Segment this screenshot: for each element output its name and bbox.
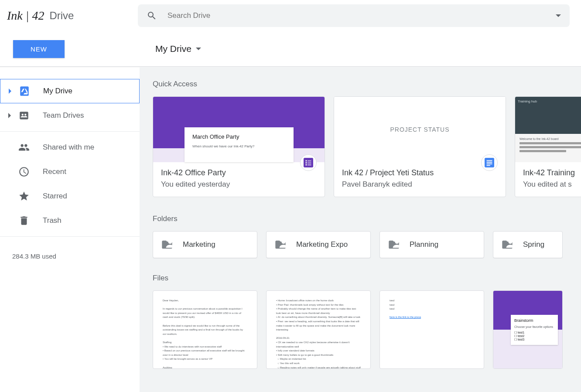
- svg-rect-9: [308, 165, 311, 165]
- file-card[interactable]: • Home: broadcast office notes on the ho…: [266, 290, 371, 369]
- svg-rect-14: [487, 165, 490, 166]
- file-card[interactable]: Dear Hayden, In regards to our previous …: [153, 290, 257, 369]
- file-type-badge: [481, 154, 498, 171]
- shared-folder-icon: [501, 239, 513, 251]
- folder-card[interactable]: Spring: [493, 231, 563, 258]
- qa-preview: PROJECT STATUS: [334, 97, 506, 162]
- svg-rect-12: [487, 162, 492, 163]
- svg-point-17: [395, 240, 399, 244]
- svg-point-1: [22, 114, 24, 116]
- qa-preview: March Office Party When should we have o…: [153, 97, 325, 162]
- sidebar-item-label: Recent: [43, 167, 66, 176]
- file-preview: Dear Hayden, In regards to our previous …: [153, 291, 257, 368]
- brand-logo: Ink | 42: [7, 9, 44, 23]
- preview-subtitle: When should we have our Ink-42 Party?: [192, 144, 286, 148]
- quick-access-card[interactable]: March Office Party When should we have o…: [153, 96, 325, 197]
- app-header: Ink | 42 Drive: [0, 0, 581, 31]
- drive-icon: [18, 85, 31, 98]
- qa-preview: Training hub Welcome to the Ink-42 board: [515, 97, 581, 162]
- trash-icon: [17, 214, 31, 227]
- svg-point-2: [24, 114, 26, 116]
- svg-point-15: [168, 240, 172, 244]
- forms-icon: [304, 158, 313, 167]
- logo-area: Ink | 42 Drive: [7, 9, 138, 23]
- people-icon: [17, 141, 31, 154]
- section-title-folders: Folders: [153, 215, 581, 223]
- file-preview: tasdtasdtasd here is the link to the pre…: [380, 291, 484, 368]
- clock-icon: [17, 165, 31, 178]
- sidebar-item-starred[interactable]: Starred: [0, 184, 140, 208]
- main-content: Quick Access March Office Party When sho…: [140, 67, 581, 392]
- folder-name: Marketing Expo: [296, 240, 348, 249]
- star-icon: [17, 190, 31, 203]
- expand-icon[interactable]: [8, 113, 11, 118]
- preview-title: March Office Party: [192, 133, 286, 140]
- sidebar-separator: [0, 131, 140, 132]
- qa-subtitle: Pavel Baranyk edited: [342, 180, 498, 189]
- svg-rect-11: [487, 160, 492, 161]
- breadcrumb[interactable]: My Drive: [155, 44, 201, 54]
- storage-usage: 284.3 MB used: [0, 240, 140, 260]
- qa-subtitle: You edited at s: [523, 180, 581, 189]
- sidebar-separator: [0, 236, 140, 237]
- expand-icon[interactable]: [9, 89, 11, 94]
- team-drives-icon: [17, 109, 31, 122]
- new-button[interactable]: NEW: [13, 40, 65, 58]
- qa-title: Ink-42 Office Party: [161, 168, 317, 177]
- folder-card[interactable]: Marketing Expo: [266, 231, 371, 258]
- file-type-badge: [300, 154, 317, 171]
- sidebar-item-shared[interactable]: Shared with me: [0, 135, 140, 160]
- section-title-files: Files: [153, 274, 581, 283]
- file-card[interactable]: Brainstorm Choose your favorite options …: [493, 290, 563, 369]
- svg-rect-8: [306, 164, 307, 166]
- file-preview: • Home: broadcast office notes on the ho…: [267, 291, 370, 368]
- folders-row: Marketing Marketing Expo Planning: [153, 231, 581, 258]
- folder-card[interactable]: Marketing: [153, 231, 257, 258]
- sidebar-item-label: My Drive: [43, 87, 72, 95]
- sidebar-item-label: Team Drives: [43, 111, 84, 120]
- sidebar-item-trash[interactable]: Trash: [0, 208, 140, 233]
- qa-subtitle: You edited yesterday: [161, 180, 317, 189]
- svg-point-16: [281, 240, 285, 244]
- app-name: Drive: [49, 10, 74, 22]
- preview-title: Welcome to the Ink-42 board: [519, 137, 581, 140]
- folder-name: Spring: [523, 240, 544, 249]
- sidebar-item-label: Starred: [43, 192, 67, 201]
- shared-folder-icon: [388, 239, 400, 251]
- docs-icon: [485, 158, 494, 167]
- chevron-down-icon: [196, 48, 201, 50]
- sidebar: My Drive Team Drives Shared with me Rece…: [0, 67, 140, 392]
- folder-name: Planning: [410, 240, 438, 249]
- breadcrumb-current: My Drive: [155, 44, 191, 54]
- file-preview-title: Brainstorm: [514, 318, 554, 323]
- svg-rect-0: [20, 112, 28, 119]
- file-card[interactable]: tasdtasdtasd here is the link to the pre…: [379, 290, 484, 369]
- section-title-quick-access: Quick Access: [153, 80, 581, 89]
- svg-rect-7: [308, 163, 311, 163]
- preview-title: PROJECT STATUS: [390, 126, 449, 133]
- files-row: Dear Hayden, In regards to our previous …: [153, 290, 581, 369]
- shared-folder-icon: [274, 239, 287, 251]
- search-bar[interactable]: [138, 4, 570, 27]
- svg-rect-5: [308, 160, 311, 161]
- folder-card[interactable]: Planning: [379, 231, 484, 258]
- svg-rect-6: [306, 162, 307, 164]
- svg-point-18: [508, 240, 512, 244]
- qa-title: Ink 42 / Project Yeti Status: [342, 168, 498, 177]
- search-icon: [147, 10, 157, 21]
- folder-name: Marketing: [183, 240, 215, 249]
- sidebar-item-recent[interactable]: Recent: [0, 160, 140, 184]
- subheader: NEW My Drive: [0, 31, 581, 66]
- qa-title: Ink-42 Training: [523, 168, 581, 177]
- search-input[interactable]: [167, 11, 556, 20]
- sidebar-item-my-drive[interactable]: My Drive: [0, 79, 140, 103]
- sidebar-item-team-drives[interactable]: Team Drives: [0, 103, 140, 128]
- shared-folder-icon: [161, 239, 173, 251]
- search-options-dropdown-icon[interactable]: [556, 14, 561, 17]
- svg-rect-4: [306, 160, 307, 162]
- sidebar-item-label: Trash: [43, 216, 62, 225]
- sidebar-item-label: Shared with me: [43, 143, 94, 152]
- quick-access-card[interactable]: PROJECT STATUS Ink 42 / Project Yeti Sta…: [334, 96, 506, 197]
- svg-rect-13: [487, 164, 492, 164]
- quick-access-card[interactable]: Training hub Welcome to the Ink-42 board…: [515, 96, 581, 197]
